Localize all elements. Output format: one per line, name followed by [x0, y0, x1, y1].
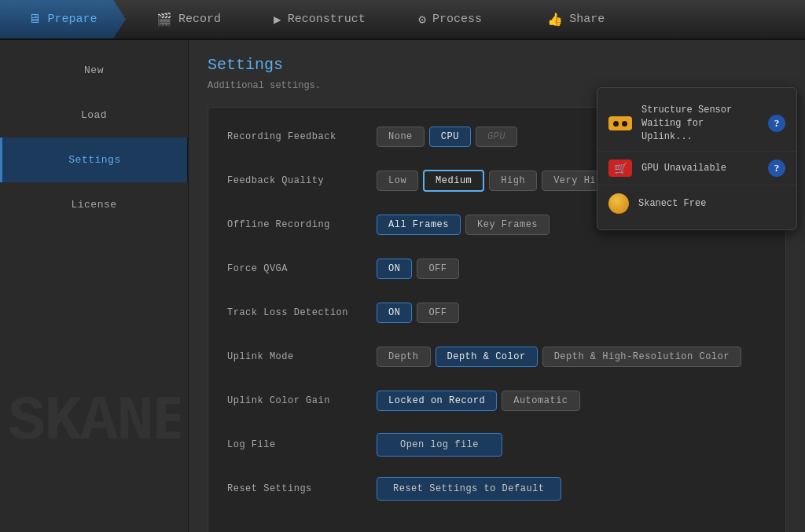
trackloss-off-btn[interactable]: OFF: [417, 303, 458, 323]
tab-record-label: Record: [178, 13, 221, 26]
gpu-icon: 🛒: [608, 160, 632, 177]
recording-feedback-controls: None CPU GPU: [377, 127, 517, 147]
watermark: SKANECT: [8, 391, 180, 485]
uplink-mode-label: Uplink Mode: [227, 351, 377, 362]
sidebar-item-settings-label: Settings: [68, 154, 120, 166]
uplink-color-gain-row: Uplink Color Gain Locked on Record Autom…: [227, 387, 766, 414]
status-sensor-item: Structure SensorWaiting for Uplink... ?: [597, 96, 796, 152]
feedback-quality-label: Feedback Quality: [227, 175, 377, 186]
offline-keyframes-btn[interactable]: Key Frames: [465, 215, 550, 235]
process-icon: ⚙: [418, 12, 426, 28]
feedback-cpu-btn[interactable]: CPU: [429, 127, 471, 147]
quality-medium-btn[interactable]: Medium: [423, 170, 484, 192]
sidebar: New Load Settings License SKANECT: [0, 40, 189, 532]
tab-share[interactable]: 👍 Share: [513, 0, 639, 39]
main-layout: New Load Settings License SKANECT Settin…: [0, 40, 805, 532]
tab-prepare-label: Prepare: [47, 13, 97, 26]
trackloss-on-btn[interactable]: ON: [377, 303, 412, 323]
track-loss-controls: ON OFF: [377, 303, 459, 323]
force-qvga-label: Force QVGA: [227, 263, 377, 274]
content-area: Settings Additional settings. Recording …: [189, 40, 805, 532]
quality-high-btn[interactable]: High: [489, 171, 537, 191]
reset-settings-row: Reset Settings Reset Settings to Default: [227, 475, 766, 502]
reset-settings-button[interactable]: Reset Settings to Default: [377, 477, 561, 501]
uplink-depth-color-btn[interactable]: Depth & Color: [436, 347, 538, 367]
sensor-icon-wrapper: [608, 115, 632, 132]
recording-feedback-label: Recording Feedback: [227, 131, 377, 142]
sensor-help-button[interactable]: ?: [768, 115, 785, 132]
status-gpu-item: 🛒 GPU Unavailable ?: [597, 152, 796, 185]
uplink-color-gain-label: Uplink Color Gain: [227, 395, 377, 406]
sidebar-item-settings[interactable]: Settings: [0, 138, 188, 182]
reset-settings-label: Reset Settings: [227, 483, 377, 494]
gain-locked-btn[interactable]: Locked on Record: [377, 391, 497, 411]
reset-settings-controls: Reset Settings to Default: [377, 477, 561, 501]
sidebar-item-new-label: New: [84, 64, 104, 76]
qvga-off-btn[interactable]: OFF: [417, 259, 458, 279]
tab-process[interactable]: ⚙ Process: [388, 0, 513, 39]
sidebar-item-load-label: Load: [81, 109, 107, 121]
sensor-dot-1: [613, 121, 619, 127]
qvga-on-btn[interactable]: ON: [377, 259, 412, 279]
tab-process-label: Process: [432, 13, 482, 26]
sidebar-item-license-label: License: [71, 199, 116, 211]
feedback-none-btn[interactable]: None: [377, 127, 425, 147]
feedback-gpu-btn[interactable]: GPU: [476, 127, 517, 147]
skanect-status-text: Skanect Free: [638, 197, 785, 211]
tab-reconstruct[interactable]: ▶ Reconstruct: [252, 0, 388, 39]
tab-share-label: Share: [569, 13, 605, 26]
open-log-file-button[interactable]: Open log file: [377, 433, 502, 457]
uplink-depth-btn[interactable]: Depth: [377, 347, 431, 367]
record-icon: 🎬: [156, 12, 172, 28]
uplink-mode-controls: Depth Depth & Color Depth & High-Resolut…: [377, 347, 741, 367]
gpu-status-text: GPU Unavailable: [641, 162, 759, 175]
sidebar-item-load[interactable]: Load: [0, 93, 188, 138]
quality-low-btn[interactable]: Low: [377, 171, 418, 191]
offline-allframes-btn[interactable]: All Frames: [377, 215, 461, 235]
uplink-depth-hires-btn[interactable]: Depth & High-Resolution Color: [542, 347, 741, 367]
sidebar-item-new[interactable]: New: [0, 48, 188, 93]
skanect-icon: [608, 193, 629, 214]
log-file-controls: Open log file: [377, 433, 502, 457]
page-title: Settings: [208, 56, 786, 74]
gpu-help-button[interactable]: ?: [768, 160, 785, 177]
log-file-row: Log File Open log file: [227, 431, 766, 458]
track-loss-row: Track Loss Detection ON OFF: [227, 299, 766, 326]
feedback-quality-controls: Low Medium High Very High: [377, 170, 619, 192]
top-navigation: 🖥 Prepare 🎬 Record ▶ Reconstruct ⚙ Proce…: [0, 0, 805, 40]
tab-record[interactable]: 🎬 Record: [126, 0, 252, 39]
tab-prepare[interactable]: 🖥 Prepare: [0, 0, 126, 39]
gpu-icon-wrapper: 🛒: [608, 160, 632, 177]
prepare-icon: 🖥: [28, 12, 41, 27]
offline-recording-controls: All Frames Key Frames: [377, 215, 550, 235]
track-loss-label: Track Loss Detection: [227, 307, 377, 318]
sensor-status-text: Structure SensorWaiting for Uplink...: [641, 104, 759, 143]
uplink-mode-row: Uplink Mode Depth Depth & Color Depth & …: [227, 343, 766, 370]
sensor-dot-2: [622, 121, 627, 127]
status-panel: Structure SensorWaiting for Uplink... ? …: [597, 87, 797, 230]
status-skanect-item: Skanect Free: [597, 185, 796, 222]
reconstruct-icon: ▶: [274, 12, 281, 28]
tab-reconstruct-label: Reconstruct: [288, 13, 366, 26]
uplink-color-gain-controls: Locked on Record Automatic: [377, 391, 580, 411]
share-icon: 👍: [547, 12, 563, 28]
sensor-icon: [608, 116, 632, 130]
log-file-label: Log File: [227, 439, 377, 450]
sidebar-item-license[interactable]: License: [0, 182, 188, 227]
offline-recording-label: Offline Recording: [227, 219, 377, 230]
force-qvga-controls: ON OFF: [377, 259, 459, 279]
gain-automatic-btn[interactable]: Automatic: [502, 391, 579, 411]
force-qvga-row: Force QVGA ON OFF: [227, 255, 766, 282]
